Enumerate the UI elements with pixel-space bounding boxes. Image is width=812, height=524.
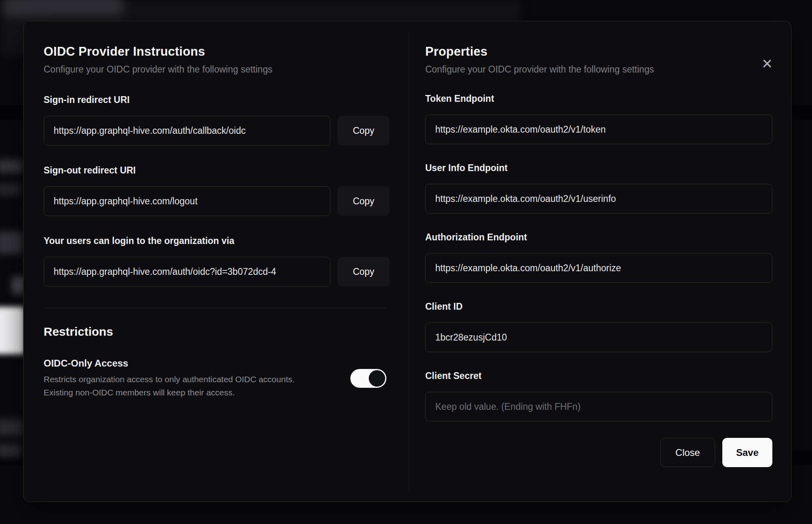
authorization-endpoint-row: [425, 253, 772, 283]
background-blur-blob: [0, 159, 23, 173]
oidc-only-access-text: OIDC-Only Access Restricts organization …: [44, 358, 324, 399]
sign-in-redirect-uri-input[interactable]: [44, 116, 330, 145]
sign-in-redirect-uri-row: Copy: [44, 116, 390, 145]
properties-pane: Properties Configure your OIDC provider …: [409, 21, 791, 502]
background-blur-blob: [0, 419, 24, 436]
token-endpoint-row: [425, 115, 772, 144]
organization-login-uri-label: Your users can login to the organization…: [44, 236, 390, 246]
organization-login-uri-row: Copy: [44, 257, 390, 286]
properties-title: Properties: [425, 44, 772, 59]
close-icon[interactable]: ✕: [758, 55, 776, 73]
token-endpoint-label: Token Endpoint: [425, 93, 772, 104]
authorization-endpoint-label: Authorization Endpoint: [425, 232, 772, 243]
toggle-thumb: [369, 370, 385, 387]
background-blur-white-button: [0, 307, 25, 354]
oidc-provider-dialog: ✕ OIDC Provider Instructions Configure y…: [23, 21, 792, 502]
organization-login-uri-input[interactable]: [44, 257, 330, 286]
background-blur-blob: [0, 183, 21, 195]
sign-in-redirect-uri-label: Sign-in redirect URI: [44, 95, 390, 105]
client-secret-label: Client Secret: [425, 371, 772, 381]
background-blur-blob: [3, 0, 123, 17]
restrictions-title: Restrictions: [44, 325, 390, 339]
restrictions-divider: [44, 308, 387, 308]
copy-sign-out-uri-button[interactable]: Copy: [338, 186, 390, 216]
token-endpoint-input[interactable]: [425, 115, 772, 144]
user-info-endpoint-input[interactable]: [425, 184, 772, 214]
user-info-endpoint-row: [425, 184, 772, 214]
background-blur-blob: [0, 444, 22, 457]
sign-out-redirect-uri-label: Sign-out redirect URI: [44, 165, 390, 176]
oidc-only-access-description: Restricts organization access to only au…: [44, 373, 324, 399]
client-id-input[interactable]: [425, 322, 772, 352]
oidc-only-access-toggle[interactable]: [350, 369, 386, 388]
client-secret-row: [425, 392, 772, 421]
oidc-only-access-label: OIDC-Only Access: [44, 358, 324, 369]
close-button[interactable]: Close: [660, 438, 715, 467]
column-divider: [409, 32, 409, 491]
user-info-endpoint-label: User Info Endpoint: [425, 163, 772, 173]
client-id-row: [425, 322, 772, 352]
properties-subtitle: Configure your OIDC provider with the fo…: [425, 64, 772, 75]
instructions-pane: OIDC Provider Instructions Configure you…: [24, 21, 409, 502]
client-id-label: Client ID: [425, 301, 772, 312]
instructions-title: OIDC Provider Instructions: [44, 44, 390, 59]
sign-out-redirect-uri-row: Copy: [44, 186, 390, 216]
oidc-only-access-row: OIDC-Only Access Restricts organization …: [44, 358, 390, 399]
copy-sign-in-uri-button[interactable]: Copy: [338, 116, 390, 145]
background-blur-blob: [0, 232, 23, 254]
client-secret-input[interactable]: [425, 392, 772, 421]
dialog-footer: Close Save: [425, 438, 772, 467]
instructions-subtitle: Configure your OIDC provider with the fo…: [44, 64, 390, 75]
sign-out-redirect-uri-input[interactable]: [44, 186, 330, 216]
copy-login-uri-button[interactable]: Copy: [338, 257, 390, 286]
save-button[interactable]: Save: [722, 438, 772, 467]
authorization-endpoint-input[interactable]: [425, 253, 772, 283]
